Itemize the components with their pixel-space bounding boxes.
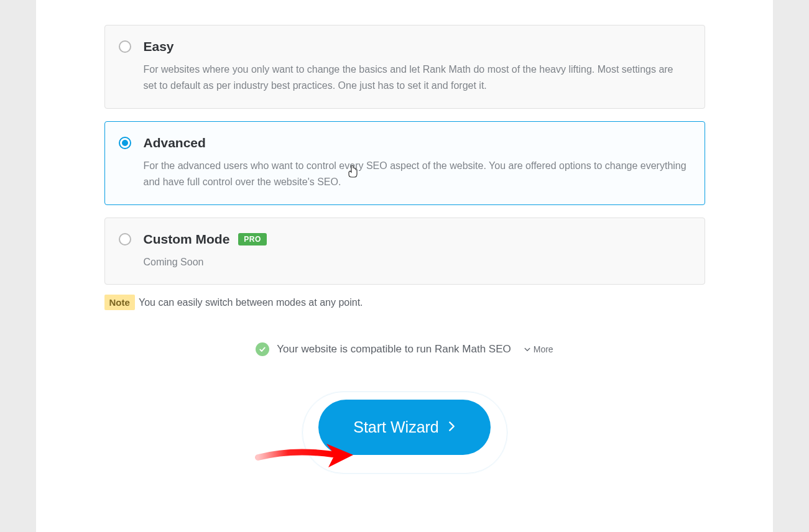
- option-custom-description: Coming Soon: [144, 254, 687, 270]
- option-custom[interactable]: Custom Mode PRO Coming Soon: [104, 218, 705, 285]
- note-badge: Note: [104, 295, 135, 310]
- chevron-down-icon: [524, 346, 531, 353]
- radio-advanced[interactable]: [119, 137, 131, 149]
- option-easy-title: Easy: [144, 39, 687, 54]
- radio-custom[interactable]: [119, 233, 131, 245]
- chevron-right-icon: [448, 418, 456, 436]
- compatibility-row: Your website is compatible to run Rank M…: [104, 342, 705, 356]
- pro-badge: PRO: [238, 233, 267, 245]
- option-advanced-title: Advanced: [144, 135, 687, 150]
- more-toggle[interactable]: More: [524, 344, 553, 354]
- button-wrap: Start Wizard: [104, 400, 705, 455]
- option-custom-title: Custom Mode PRO: [144, 232, 687, 247]
- option-advanced-description: For the advanced users who want to contr…: [144, 158, 687, 191]
- setup-wizard-panel: Easy For websites where you only want to…: [36, 0, 773, 532]
- radio-easy[interactable]: [119, 40, 131, 53]
- option-custom-title-text: Custom Mode: [144, 232, 230, 247]
- more-label: More: [534, 344, 553, 354]
- start-wizard-button[interactable]: Start Wizard: [318, 400, 491, 455]
- option-easy-description: For websites where you only want to chan…: [144, 62, 687, 94]
- compatibility-text: Your website is compatible to run Rank M…: [277, 343, 511, 355]
- note-text: You can easily switch between modes at a…: [136, 297, 363, 308]
- mode-selection-container: Easy For websites where you only want to…: [104, 25, 705, 455]
- option-advanced[interactable]: Advanced For the advanced users who want…: [104, 121, 705, 205]
- check-circle-icon: [256, 342, 269, 356]
- option-easy[interactable]: Easy For websites where you only want to…: [104, 25, 705, 109]
- note-row: Note You can easily switch between modes…: [104, 297, 705, 308]
- start-wizard-label: Start Wizard: [353, 418, 439, 436]
